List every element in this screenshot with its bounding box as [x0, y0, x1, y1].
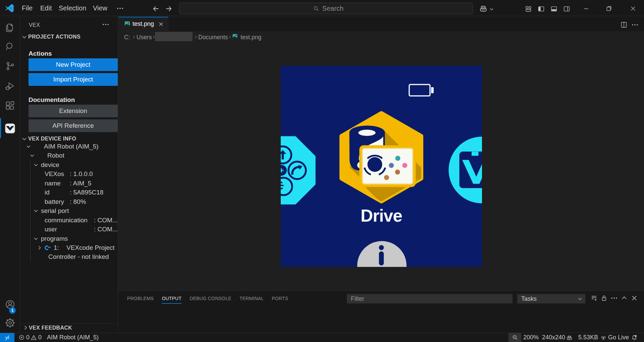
panel-tasks-select[interactable]: Tasks [517, 294, 585, 303]
zoom-level-status[interactable]: 200% [523, 333, 539, 342]
section-device-info[interactable]: VEX DEVICE INFO [28, 135, 76, 142]
tree-row-user[interactable]: user: COM... [0, 225, 118, 234]
tree-row-name[interactable]: name: AIM_5 [0, 179, 118, 188]
tree-key: VEXos [45, 169, 64, 179]
device-status[interactable]: AIM Robot (AIM_5) [47, 333, 99, 342]
chevron-down-icon[interactable] [33, 162, 39, 168]
chevron-right-icon[interactable] [37, 245, 42, 250]
editor-more-actions-icon[interactable] [632, 24, 638, 26]
settings-gear-icon[interactable] [5, 318, 15, 328]
remote-icon [5, 335, 9, 341]
menu-view[interactable]: View [93, 4, 107, 12]
close-window-icon[interactable] [630, 6, 636, 11]
panel-filter-input[interactable] [347, 294, 513, 303]
extension-docs-button[interactable]: Extension [29, 105, 118, 117]
lock-icon[interactable] [601, 295, 607, 301]
run-debug-icon[interactable] [5, 81, 15, 92]
back-arrow-icon[interactable] [152, 5, 160, 12]
tree-row-serial-port[interactable]: serial port [0, 206, 118, 216]
panel-tab-output[interactable]: OUTPUT [162, 291, 181, 304]
section-chevron-right-icon[interactable] [23, 325, 29, 331]
zoom-button-box[interactable] [508, 333, 521, 342]
menu-edit[interactable]: Edit [40, 4, 52, 12]
source-control-icon[interactable] [5, 61, 15, 71]
search-sidebar-icon[interactable] [5, 41, 15, 52]
tab-test-png[interactable]: test.png [118, 17, 168, 31]
sidebar-title: VEX [29, 22, 40, 28]
panel-tab-terminal[interactable]: TERMINAL [239, 291, 264, 304]
tree-row-battery[interactable]: battery: 80% [0, 197, 118, 207]
tab-close-icon[interactable] [158, 21, 164, 27]
customize-layout-icon[interactable] [525, 5, 532, 12]
image-dimensions-status[interactable]: 240x240 [542, 333, 565, 342]
panel-tab-ports[interactable]: PORTS [272, 291, 288, 304]
select-chevron-down-icon [578, 296, 583, 301]
explorer-icon[interactable] [5, 22, 15, 33]
image-file-icon [232, 34, 238, 39]
search-input[interactable]: Search [179, 3, 473, 14]
go-live-icon [600, 335, 606, 341]
toggle-secondary-sidebar-icon[interactable] [563, 5, 570, 12]
notifications-bell-icon[interactable] [631, 335, 637, 341]
maximize-panel-icon[interactable] [621, 295, 628, 301]
tree-row-vexcode-project[interactable]: 1:VEXcode Project [0, 243, 118, 252]
chevron-down-icon[interactable] [26, 144, 31, 149]
panel-tab-problems[interactable]: PROBLEMS [127, 291, 154, 304]
import-project-button[interactable]: Import Project [29, 73, 118, 86]
section-vex-feedback[interactable]: VEX FEEDBACK [29, 324, 72, 332]
tree-row-aim-robot-aim-5-[interactable]: AIM Robot (AIM_5) [0, 142, 118, 151]
tree-value: : 1.0.0.0 [70, 169, 93, 179]
sidebar-more-actions-icon[interactable] [103, 23, 109, 25]
tree-key: id [45, 188, 50, 197]
breadcrumb-redacted-user[interactable] [155, 32, 193, 41]
toggle-panel-icon[interactable] [550, 5, 557, 12]
tree-row-controller-not-linked[interactable]: Controller - not linked [0, 252, 118, 262]
breadcrumb-item[interactable]: Users [137, 33, 152, 42]
breadcrumb-item[interactable]: C: [124, 33, 130, 42]
panel-more-actions-icon[interactable] [611, 297, 617, 299]
zoom-out-icon [512, 335, 518, 340]
go-live-status[interactable]: Go Live [608, 333, 629, 342]
split-editor-icon[interactable] [621, 21, 627, 28]
section-chevron-down-icon[interactable] [21, 34, 27, 40]
tree-row-vexos[interactable]: VEXos: 1.0.0.0 [0, 169, 118, 179]
minimize-icon[interactable] [583, 6, 589, 11]
chevron-down-icon[interactable] [33, 236, 39, 241]
copilot-chevron-down-icon[interactable] [489, 7, 494, 11]
vscode-logo-icon [5, 4, 14, 13]
chevron-down-icon[interactable] [30, 153, 35, 158]
copilot-status-icon[interactable] [566, 335, 573, 341]
vex-extension-icon[interactable] [5, 123, 15, 133]
tree-label: device [41, 160, 59, 170]
forward-arrow-icon[interactable] [165, 5, 172, 12]
tree-row-device[interactable]: device [0, 160, 118, 170]
tree-value: : COM... [94, 216, 118, 225]
close-panel-icon[interactable] [631, 295, 638, 301]
panel-tab-debug-console[interactable]: DEBUG CONSOLE [190, 291, 231, 304]
menu-file[interactable]: File [22, 4, 33, 12]
menu-more-icon[interactable] [117, 7, 123, 9]
accounts-badge: 1 [9, 307, 16, 314]
copilot-icon[interactable] [479, 4, 488, 13]
toggle-primary-sidebar-icon[interactable] [538, 5, 545, 12]
section-chevron-down-icon[interactable] [21, 136, 27, 142]
new-project-button[interactable]: New Project [29, 58, 118, 71]
clear-output-icon[interactable] [591, 295, 597, 301]
tree-label: Robot [47, 151, 64, 160]
breadcrumb-item[interactable]: test.png [240, 33, 261, 42]
panel-tabs: PROBLEMSOUTPUTDEBUG CONSOLETERMINALPORTS [127, 291, 288, 304]
chevron-down-icon[interactable] [33, 208, 39, 214]
breadcrumb-item[interactable]: Documents [198, 33, 228, 42]
menu-selection[interactable]: Selection [59, 4, 86, 12]
extensions-icon[interactable] [5, 100, 15, 111]
tree-row-communication[interactable]: communication: COM... [0, 216, 118, 225]
tree-row-programs[interactable]: programs [0, 234, 118, 243]
remote-indicator[interactable] [0, 333, 14, 342]
tree-row-robot[interactable]: Robot [0, 151, 118, 160]
file-size-status[interactable]: 5.53KB [578, 333, 598, 342]
restore-icon[interactable] [606, 6, 612, 11]
api-reference-button[interactable]: API Reference [29, 119, 118, 132]
search-placeholder: Search [322, 5, 343, 12]
section-project-actions[interactable]: PROJECT ACTIONS [28, 33, 80, 41]
tree-row-id[interactable]: id: 5A895C18 [0, 188, 118, 197]
